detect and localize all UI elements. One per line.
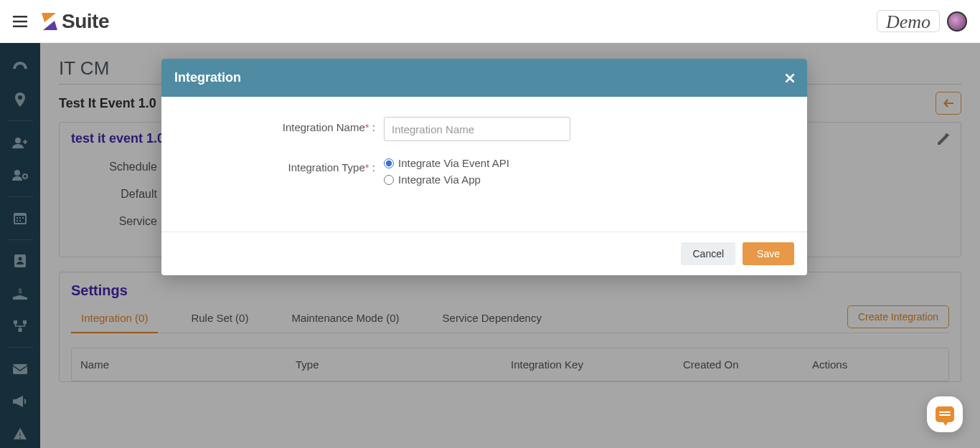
radio-app-wrap[interactable]: Integrate Via App	[384, 173, 778, 186]
topbar-right: Demo	[877, 10, 967, 32]
avatar[interactable]	[947, 11, 967, 32]
modal-footer: Cancel Save	[161, 232, 807, 275]
chat-fab[interactable]	[927, 396, 963, 432]
required-star: *	[365, 121, 369, 133]
topbar: Suite Demo	[0, 0, 980, 43]
integration-name-label-text: Integration Name	[283, 121, 365, 133]
integration-name-label: Integration Name* :	[190, 117, 384, 133]
modal-body: Integration Name* : Integration Type* : …	[161, 97, 807, 232]
brand-name: Suite	[62, 10, 109, 33]
radio-event-api[interactable]	[384, 158, 394, 168]
integration-modal: Integration Integration Name* : Integrat…	[161, 59, 807, 275]
integration-name-input[interactable]	[384, 117, 570, 141]
integration-type-label: Integration Type* :	[190, 157, 384, 173]
radio-event-api-label: Integrate Via Event API	[398, 157, 509, 169]
row-integration-type: Integration Type* : Integrate Via Event …	[190, 157, 778, 190]
save-button[interactable]: Save	[743, 242, 794, 265]
row-integration-name: Integration Name* :	[190, 117, 778, 141]
z-logo-icon	[40, 11, 59, 32]
close-icon[interactable]	[786, 74, 794, 82]
brand-logo[interactable]: Suite	[40, 10, 109, 33]
required-star-2: *	[365, 161, 369, 173]
radio-app[interactable]	[384, 175, 394, 185]
demo-badge: Demo	[877, 10, 940, 32]
modal-title: Integration	[174, 70, 241, 85]
hamburger-menu-icon[interactable]	[13, 16, 27, 27]
modal-header: Integration	[161, 59, 807, 97]
cancel-button[interactable]: Cancel	[681, 242, 735, 265]
chat-icon	[936, 406, 954, 422]
integration-type-label-text: Integration Type	[288, 161, 365, 173]
radio-app-label: Integrate Via App	[398, 173, 481, 186]
radio-event-api-wrap[interactable]: Integrate Via Event API	[384, 157, 778, 169]
